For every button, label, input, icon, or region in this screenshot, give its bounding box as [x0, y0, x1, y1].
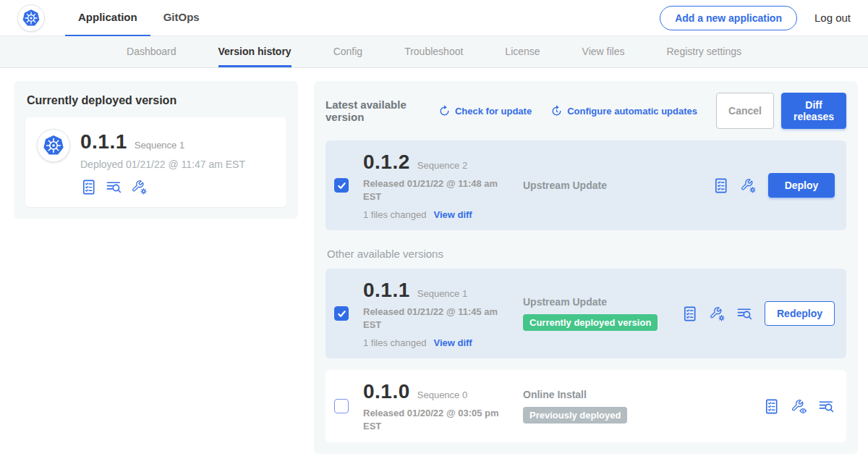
auto-update-icon: [550, 105, 563, 117]
kubernetes-logo: [17, 4, 45, 32]
nav-item-config[interactable]: Config: [333, 36, 362, 67]
sequence-label: Sequence 2: [417, 160, 467, 171]
version-action-icons: [763, 398, 835, 415]
sequence-label: Sequence 1: [417, 288, 467, 299]
version-action-icons: [712, 177, 757, 194]
deploy-logs-icon[interactable]: [106, 179, 122, 195]
deploy-logs-icon[interactable]: [818, 398, 835, 415]
preflight-checklist-icon[interactable]: [80, 179, 97, 195]
view-diff-link[interactable]: View diff: [433, 337, 472, 348]
deploy-button[interactable]: Deploy: [768, 173, 835, 198]
other-versions-title: Other available versions: [327, 248, 845, 260]
previously-deployed-badge: Previously deployed: [523, 407, 627, 424]
preflight-checklist-icon[interactable]: [681, 306, 698, 322]
deployed-action-icons: [80, 179, 245, 195]
nav-item-view-files[interactable]: View files: [582, 36, 625, 67]
nav-item-dashboard[interactable]: Dashboard: [127, 36, 176, 67]
edit-config-icon[interactable]: [131, 179, 148, 195]
deployed-sequence-label: Sequence 1: [135, 140, 184, 151]
deployed-version-number: 0.1.1: [80, 130, 127, 153]
released-timestamp: Released 01/20/22 @ 03:05 pm EST: [363, 407, 508, 432]
released-timestamp: Released 01/21/22 @ 11:48 am EST: [363, 177, 508, 203]
version-source-label: Upstream Update: [523, 296, 660, 308]
top-header: ApplicationGitOps Add a new application …: [0, 0, 868, 36]
version-history-panel: Latest available version Check for updat…: [314, 81, 858, 454]
files-changed-label: 1 files changed: [363, 337, 426, 348]
files-changed-label: 1 files changed: [363, 209, 426, 220]
logout-button[interactable]: Log out: [814, 12, 851, 24]
nav-item-version-history[interactable]: Version history: [218, 36, 292, 67]
version-row-0-1-1: 0.1.1 Sequence 1 Released 01/21/22 @ 11:…: [326, 269, 846, 358]
released-timestamp: Released 01/21/22 @ 11:45 am EST: [363, 306, 508, 331]
check-for-update-link[interactable]: Check for update: [438, 105, 532, 117]
header-right: Add a new application Log out: [660, 6, 851, 30]
add-new-application-button[interactable]: Add a new application: [660, 6, 797, 30]
top-nav-tabs: ApplicationGitOps: [65, 0, 213, 36]
deploy-logs-icon[interactable]: [736, 306, 753, 322]
edit-config-icon[interactable]: [709, 306, 726, 322]
sequence-label: Sequence 0: [417, 389, 467, 400]
configure-automatic-updates-link[interactable]: Configure automatic updates: [550, 105, 697, 117]
latest-version-title: Latest available version: [326, 98, 427, 123]
version-row-0-1-2: 0.1.2 Sequence 2 Released 01/21/22 @ 11:…: [326, 140, 846, 230]
version-checkbox[interactable]: [334, 399, 349, 413]
version-action-icons: [681, 306, 753, 322]
diff-releases-button[interactable]: Diff releases: [781, 93, 846, 129]
nav-item-application[interactable]: Application: [65, 0, 150, 36]
app-sub-nav: DashboardVersion historyConfigTroublesho…: [0, 36, 868, 68]
view-config-icon[interactable]: [791, 398, 807, 415]
version-source-label: Online Install: [523, 389, 660, 400]
deployed-version-box: 0.1.1 Sequence 1 Deployed 01/21/22 @ 11:…: [25, 117, 286, 207]
currently-deployed-card: Currently deployed version 0.1.1 Sequenc…: [14, 81, 298, 219]
cancel-button[interactable]: Cancel: [716, 93, 774, 129]
version-number: 0.1.1: [363, 279, 410, 302]
deployed-timestamp: Deployed 01/21/22 @ 11:47 am EST: [80, 159, 245, 170]
app-icon: [37, 129, 70, 162]
configure-updates-label: Configure automatic updates: [567, 106, 697, 117]
edit-config-icon[interactable]: [740, 177, 757, 194]
nav-item-gitops[interactable]: GitOps: [150, 0, 213, 36]
nav-item-troubleshoot[interactable]: Troubleshoot: [404, 36, 463, 67]
nav-item-license[interactable]: License: [505, 36, 540, 67]
preflight-checklist-icon[interactable]: [763, 398, 780, 415]
version-number: 0.1.2: [363, 151, 410, 174]
view-diff-link[interactable]: View diff: [433, 209, 472, 220]
deployed-card-title: Currently deployed version: [27, 94, 286, 107]
version-row-0-1-0: 0.1.0 Sequence 0 Released 01/20/22 @ 03:…: [326, 370, 846, 442]
check-for-update-label: Check for update: [455, 106, 532, 117]
redeploy-button[interactable]: Redeploy: [765, 301, 835, 326]
version-checkbox[interactable]: [334, 178, 349, 193]
currently-deployed-badge: Currently deployed version: [523, 314, 658, 331]
main-content: Currently deployed version 0.1.1 Sequenc…: [0, 68, 868, 454]
latest-version-header: Latest available version Check for updat…: [326, 93, 846, 129]
version-number: 0.1.0: [363, 380, 410, 403]
version-checkbox[interactable]: [334, 306, 349, 321]
refresh-icon: [438, 105, 451, 117]
version-source-label: Upstream Update: [523, 180, 660, 191]
preflight-checklist-icon[interactable]: [712, 177, 729, 194]
nav-item-registry-settings[interactable]: Registry settings: [667, 36, 741, 67]
